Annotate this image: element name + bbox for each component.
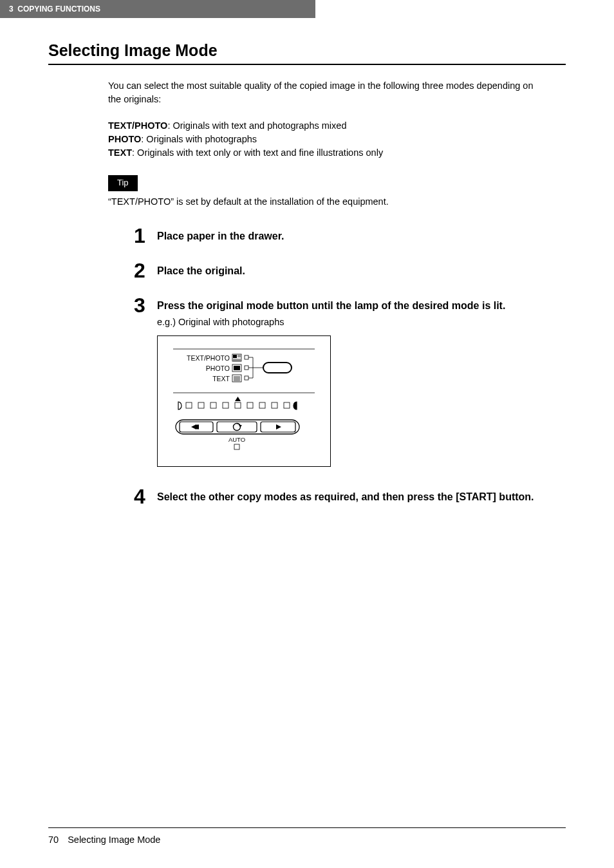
panel-mode-photo: PHOTO [206, 364, 230, 372]
footer-title: Selecting Image Mode [68, 835, 160, 845]
page-title: Selecting Image Mode [48, 41, 614, 60]
tip-text: “TEXT/PHOTO” is set by default at the in… [108, 195, 543, 209]
svg-rect-18 [223, 402, 228, 408]
definition-text: TEXT: Originals with text only or with t… [108, 146, 543, 160]
definition-label: TEXT/PHOTO [108, 120, 167, 131]
svg-marker-24 [235, 397, 241, 401]
chapter-number: 3 [9, 5, 14, 14]
led-indicator-photo [245, 366, 248, 370]
svg-rect-17 [210, 402, 216, 408]
step-title: Press the original mode button until the… [157, 299, 543, 313]
title-underline [48, 64, 566, 65]
step-4: 4 Select the other copy modes as require… [134, 489, 543, 507]
step-2: 2 Place the original. [134, 263, 543, 281]
svg-rect-20 [247, 402, 253, 408]
step-number: 1 [134, 225, 157, 246]
step-number: 4 [134, 486, 157, 507]
mode-definitions: TEXT/PHOTO: Originals with text and phot… [108, 119, 543, 160]
step-subtext: e.g.) Original with photographs [157, 316, 543, 329]
svg-rect-21 [259, 402, 265, 408]
svg-rect-16 [198, 402, 204, 408]
density-scale [178, 397, 297, 410]
definition-text-photo: TEXT/PHOTO: Originals with text and phot… [108, 119, 543, 133]
definition-photo: PHOTO: Originals with photographs [108, 133, 543, 146]
definition-desc: : Originals with text and photographs mi… [167, 120, 346, 131]
intro-paragraph: You can select the most suitable quality… [108, 79, 543, 106]
step-number: 3 [134, 295, 157, 316]
panel-auto-label: AUTO [228, 436, 245, 443]
svg-rect-22 [272, 402, 277, 408]
svg-rect-23 [284, 402, 290, 408]
svg-rect-15 [186, 402, 192, 408]
control-panel-figure: TEXT/PHOTO PHOTO TEXT [157, 335, 331, 467]
photo-icon [232, 364, 241, 372]
definition-label: PHOTO [108, 134, 141, 144]
led-indicator-auto [234, 444, 239, 449]
led-indicator-text-photo [245, 355, 248, 359]
definition-label: TEXT [108, 147, 132, 158]
text-icon [232, 375, 241, 382]
panel-mode-text-photo: TEXT/PHOTO [187, 354, 230, 362]
svg-rect-8 [234, 366, 240, 370]
step-title: Select the other copy modes as required,… [157, 490, 543, 504]
step-3: 3 Press the original mode button until t… [134, 297, 543, 467]
svg-rect-19 [235, 402, 241, 408]
tip-badge: Tip [108, 175, 138, 191]
step-title: Place paper in the drawer. [157, 229, 543, 243]
text-photo-icon [232, 354, 241, 361]
control-panel-svg: TEXT/PHOTO PHOTO TEXT [168, 345, 320, 455]
page-number: 70 [48, 835, 59, 845]
chapter-title: COPYING FUNCTIONS [17, 5, 100, 14]
step-number: 2 [134, 260, 157, 281]
step-1: 1 Place paper in the drawer. [134, 228, 543, 246]
chapter-header: 3 COPYING FUNCTIONS [0, 0, 315, 18]
panel-mode-text: TEXT [212, 375, 230, 382]
page-footer: 70Selecting Image Mode [48, 827, 566, 845]
original-mode-button[interactable] [263, 363, 292, 373]
svg-rect-2 [233, 355, 237, 358]
definition-desc: : Originals with photographs [141, 134, 257, 144]
step-title: Place the original. [157, 264, 543, 278]
led-indicator-text [245, 376, 248, 380]
definition-desc: : Originals with text only or with text … [132, 147, 383, 158]
